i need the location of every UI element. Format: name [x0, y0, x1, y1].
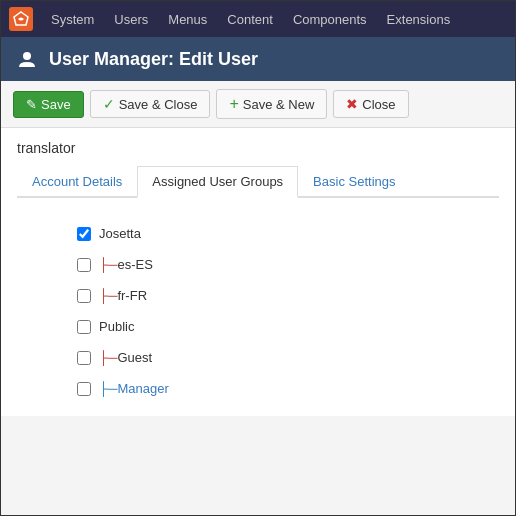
tree-prefix-fr-fr: ├─ [99, 288, 117, 303]
toolbar: ✎ Save ✓ Save & Close + Save & New ✖ Clo… [1, 81, 515, 128]
save-close-label: Save & Close [119, 97, 198, 112]
close-button[interactable]: ✖ Close [333, 90, 408, 118]
tree-prefix-manager: ├─ [99, 381, 117, 396]
nav-system[interactable]: System [49, 8, 96, 31]
fr-fr-checkbox[interactable] [77, 289, 91, 303]
top-navigation: System Users Menus Content Components Ex… [1, 1, 515, 37]
group-list: Josetta ├─es-ES ├─fr-FR Public ├─Guest [17, 214, 499, 404]
logo-icon[interactable] [9, 7, 33, 31]
nav-components[interactable]: Components [291, 8, 369, 31]
page-header: User Manager: Edit User [1, 37, 515, 81]
svg-point-0 [23, 52, 31, 60]
save-new-button[interactable]: + Save & New [216, 89, 327, 119]
list-item: ├─Manager [77, 373, 499, 404]
x-icon: ✖ [346, 96, 358, 112]
group-label-public: Public [99, 319, 134, 334]
group-label-guest: ├─Guest [99, 350, 152, 365]
tab-assigned-user-groups[interactable]: Assigned User Groups [137, 166, 298, 198]
tab-basic-settings[interactable]: Basic Settings [298, 166, 410, 198]
save-new-label: Save & New [243, 97, 315, 112]
close-label: Close [362, 97, 395, 112]
group-label-fr-fr: ├─fr-FR [99, 288, 147, 303]
nav-extensions[interactable]: Extensions [385, 8, 453, 31]
content-area: translator Account Details Assigned User… [1, 128, 515, 416]
group-label-manager: ├─Manager [99, 381, 169, 396]
check-icon: ✓ [103, 96, 115, 112]
save-close-button[interactable]: ✓ Save & Close [90, 90, 211, 118]
list-item: Public [77, 311, 499, 342]
public-checkbox[interactable] [77, 320, 91, 334]
josetta-checkbox[interactable] [77, 227, 91, 241]
nav-users[interactable]: Users [112, 8, 150, 31]
username-label: translator [17, 140, 499, 156]
tab-bar: Account Details Assigned User Groups Bas… [17, 166, 499, 198]
page-title: User Manager: Edit User [49, 49, 258, 70]
list-item: ├─es-ES [77, 249, 499, 280]
tree-prefix-guest: ├─ [99, 350, 117, 365]
nav-content[interactable]: Content [225, 8, 275, 31]
list-item: ├─Guest [77, 342, 499, 373]
save-label: Save [41, 97, 71, 112]
manager-checkbox[interactable] [77, 382, 91, 396]
plus-icon: + [229, 95, 238, 113]
tree-prefix-es-es: ├─ [99, 257, 117, 272]
nav-menus[interactable]: Menus [166, 8, 209, 31]
list-item: ├─fr-FR [77, 280, 499, 311]
es-es-checkbox[interactable] [77, 258, 91, 272]
list-item: Josetta [77, 218, 499, 249]
guest-checkbox[interactable] [77, 351, 91, 365]
group-label-josetta: Josetta [99, 226, 141, 241]
save-button[interactable]: ✎ Save [13, 91, 84, 118]
user-icon [15, 47, 39, 71]
group-label-es-es: ├─es-ES [99, 257, 153, 272]
tab-account-details[interactable]: Account Details [17, 166, 137, 198]
save-icon: ✎ [26, 97, 37, 112]
